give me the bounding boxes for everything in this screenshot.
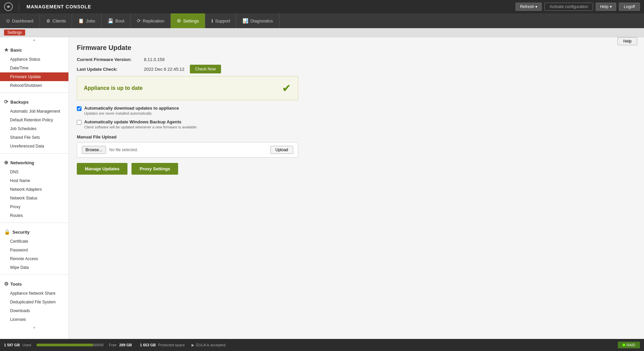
protected-value: 1 653 GB xyxy=(140,343,156,347)
checkbox-row-1: Automatically download updates to applia… xyxy=(77,106,636,115)
refresh-dropdown-icon: ▾ xyxy=(535,4,537,9)
content-area: Help Firmware Update Current Firmware Ve… xyxy=(69,37,644,339)
sidebar-section-tools: ⚙ Tools Appliance Network Share Deduplic… xyxy=(0,276,68,325)
sidebar-item-network-adapters[interactable]: Network Adapters xyxy=(0,185,68,194)
nav-item-boot[interactable]: 💾 Boot xyxy=(102,13,131,28)
firmware-version-label: Current Firmware Version: xyxy=(77,57,144,62)
sidebar-item-firmware-update[interactable]: Firmware Update xyxy=(0,72,68,81)
page-title: Firmware Update xyxy=(77,44,636,52)
sidebar-item-reboot[interactable]: Reboot/Shutdown xyxy=(0,81,68,90)
sidebar-section-label-tools: Tools xyxy=(10,282,22,287)
auto-update-agents-checkbox[interactable] xyxy=(77,120,82,125)
sidebar-item-dedup-fs[interactable]: Deduplicated File System xyxy=(0,298,68,306)
nav-item-jobs[interactable]: 📋 Jobs xyxy=(72,13,101,28)
eula-text: EULA is accepted. xyxy=(196,343,226,347)
storage-bar xyxy=(37,344,104,346)
status-text: Appliance is up to date xyxy=(84,85,143,91)
refresh-label: Refresh xyxy=(520,4,534,9)
nav-label-boot: Boot xyxy=(115,18,124,23)
sidebar-item-dns[interactable]: DNS xyxy=(0,168,68,176)
sidebar-item-datetime[interactable]: Date/Time xyxy=(0,64,68,72)
help-dropdown-icon: ▾ xyxy=(610,4,612,9)
auto-download-main-label: Automatically download updates to applia… xyxy=(84,106,179,111)
nav-item-dashboard[interactable]: ⊙ Dashboard xyxy=(0,13,40,28)
header-actions: Refresh ▾ Activate configuration Help ▾ … xyxy=(516,3,640,11)
jobs-icon: 📋 xyxy=(78,18,84,23)
auto-update-label-group: Automatically update Windows Backup Agen… xyxy=(84,119,197,129)
sidebar: ▲ ★ Basic Appliance Status Date/Time Fir… xyxy=(0,37,69,339)
sidebar-scroll-down[interactable]: ▼ xyxy=(0,325,68,330)
sidebar-item-password[interactable]: Password xyxy=(0,246,68,254)
sidebar-item-downloads[interactable]: Downloads xyxy=(0,306,68,315)
action-buttons: Manage Updates Proxy Settings xyxy=(77,163,636,175)
nav-label-support: Support xyxy=(215,18,230,23)
sidebar-item-network-status[interactable]: Network Status xyxy=(0,194,68,202)
storage-info: 1 597 GB Used Free 289 GB 1 653 GB Prote… xyxy=(4,343,185,347)
sidebar-item-remote-access[interactable]: Remote Access xyxy=(0,254,68,263)
sidebar-item-proxy[interactable]: Proxy xyxy=(0,202,68,211)
browse-button[interactable]: Browse... xyxy=(82,146,106,154)
sidebar-section-header-tools: ⚙ Tools xyxy=(0,279,68,289)
auto-update-sub-label: Client software will be updated whenever… xyxy=(84,125,197,129)
auto-download-label-group: Automatically download updates to applia… xyxy=(84,106,179,115)
auto-download-checkbox[interactable] xyxy=(77,106,82,111)
replication-icon: ⟳ xyxy=(137,18,141,23)
raid-button[interactable]: RAID xyxy=(618,342,640,348)
basic-section-icon: ★ xyxy=(4,47,8,53)
bottom-bar: 1 597 GB Used Free 289 GB 1 653 GB Prote… xyxy=(0,339,644,351)
refresh-button[interactable]: Refresh ▾ xyxy=(516,3,542,11)
breadcrumb: Settings xyxy=(4,30,25,36)
sidebar-item-certificate[interactable]: Certificate xyxy=(0,237,68,246)
proxy-settings-button[interactable]: Proxy Settings xyxy=(131,163,178,175)
sidebar-section-header-basic: ★ Basic xyxy=(0,45,68,55)
help-header-button[interactable]: Help ▾ xyxy=(596,3,616,11)
check-now-button[interactable]: Check Now xyxy=(190,65,221,73)
last-update-label: Last Update Check: xyxy=(77,67,144,72)
sidebar-section-basic: ★ Basic Appliance Status Date/Time Firmw… xyxy=(0,42,68,91)
sidebar-item-auto-job[interactable]: Automatic Job Management xyxy=(0,107,68,116)
sidebar-item-job-schedules[interactable]: Job Schedules xyxy=(0,124,68,133)
sidebar-item-retention[interactable]: Default Retention Policy xyxy=(0,116,68,124)
logoff-button[interactable]: Logoff xyxy=(619,3,640,11)
breadcrumb-bar: Settings xyxy=(0,28,644,37)
main-layout: ▲ ★ Basic Appliance Status Date/Time Fir… xyxy=(0,37,644,339)
auto-update-main-label: Automatically update Windows Backup Agen… xyxy=(84,119,197,124)
nav-label-dashboard: Dashboard xyxy=(12,18,34,23)
nav-label-diagnostics: Diagnostics xyxy=(250,18,273,23)
help-content-button[interactable]: Help xyxy=(618,37,637,45)
nav-item-clients[interactable]: 🖥 Clients xyxy=(40,13,72,28)
sidebar-item-wipe-data[interactable]: Wipe Data xyxy=(0,263,68,272)
manage-updates-button[interactable]: Manage Updates xyxy=(77,163,127,175)
sidebar-item-appliance-status[interactable]: Appliance Status xyxy=(0,55,68,64)
last-update-row: Last Update Check: 2022 Dec 8 22:45:12 C… xyxy=(77,65,636,73)
last-update-value: 2022 Dec 8 22:45:12 xyxy=(144,67,184,72)
app-title: MANAGEMENT CONSOLE xyxy=(26,4,91,9)
nav-item-diagnostics[interactable]: 📊 Diagnostics xyxy=(236,13,279,28)
sidebar-scroll-up[interactable]: ▲ xyxy=(0,37,68,42)
sidebar-item-hostname[interactable]: Host Name xyxy=(0,176,68,185)
activate-config-button[interactable]: Activate configuration xyxy=(544,3,593,11)
eula-chevron-icon: ▶ xyxy=(192,343,194,347)
sidebar-item-shared-file-sets[interactable]: Shared File Sets xyxy=(0,133,68,142)
help-label: Help xyxy=(600,4,608,9)
sidebar-item-licenses[interactable]: Licenses xyxy=(0,315,68,324)
nav-item-replication[interactable]: ⟳ Replication xyxy=(131,13,171,28)
sidebar-section-security: 🔒 Security Certificate Password Remote A… xyxy=(0,224,68,273)
sidebar-divider-4 xyxy=(0,275,68,275)
support-icon: ℹ xyxy=(211,18,213,23)
checkbox-section: Automatically download updates to applia… xyxy=(77,106,636,129)
protected-space: 1 653 GB Protected space xyxy=(140,343,185,347)
header-divider xyxy=(19,3,19,11)
app-logo-icon xyxy=(4,2,13,11)
nav-item-support[interactable]: ℹ Support xyxy=(205,13,237,28)
file-upload-box: Browse... No file selected. Upload xyxy=(77,142,298,158)
sidebar-item-appliance-network-share[interactable]: Appliance Network Share xyxy=(0,289,68,298)
sidebar-section-label-basic: Basic xyxy=(10,48,22,53)
sidebar-item-unreferenced[interactable]: Unreferenced Data xyxy=(0,142,68,151)
top-header: MANAGEMENT CONSOLE Refresh ▾ Activate co… xyxy=(0,0,644,13)
nav-item-settings[interactable]: ⚙ Settings xyxy=(171,13,205,28)
sidebar-item-routes[interactable]: Routes xyxy=(0,211,68,220)
manual-upload-label: Manual File Upload xyxy=(77,134,636,139)
dashboard-icon: ⊙ xyxy=(6,18,10,23)
upload-button[interactable]: Upload xyxy=(270,146,293,154)
